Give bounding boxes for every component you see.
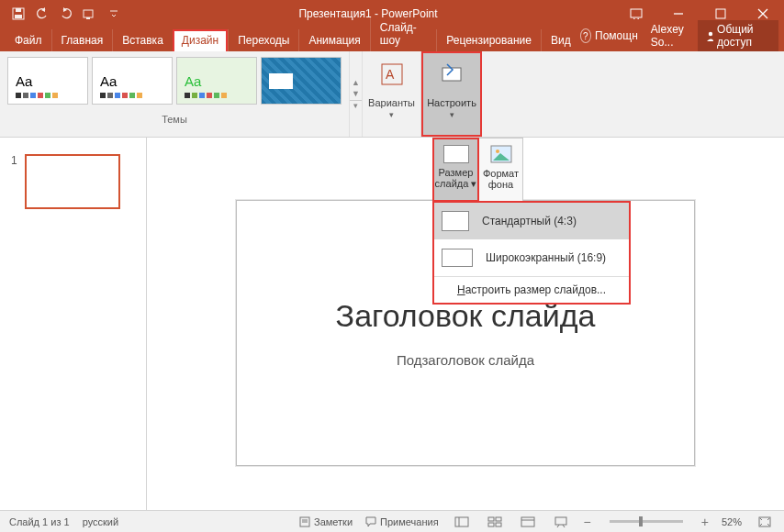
zoom-slider[interactable] — [610, 520, 683, 523]
svg-rect-2 — [16, 8, 21, 12]
variants-icon: A — [376, 59, 408, 90]
quick-access-toolbar — [0, 6, 121, 21]
zoom-in-icon[interactable]: + — [701, 515, 709, 529]
tab-insert[interactable]: Вставка — [112, 29, 173, 51]
slide-size-dropdown: Стандартный (4:3) Широкоэкранный (16:9) … — [432, 201, 631, 305]
aspect-16-9-icon — [442, 249, 473, 267]
tell-me-label[interactable]: Помощн — [595, 29, 638, 42]
svg-rect-27 — [555, 517, 566, 525]
share-button[interactable]: Общий доступ — [698, 20, 778, 51]
configure-icon — [436, 59, 467, 90]
slide-panel: 1 — [0, 138, 147, 510]
aspect-4-3-icon — [442, 211, 469, 231]
svg-point-15 — [496, 150, 499, 153]
undo-icon[interactable] — [35, 6, 50, 21]
themes-scroll-down-icon[interactable]: ▼ — [350, 89, 362, 98]
variants-label: Варианты — [368, 97, 415, 108]
tab-file[interactable]: Файл — [6, 29, 51, 51]
zoom-out-icon[interactable]: − — [584, 515, 591, 529]
theme-thumb[interactable]: Aa — [7, 57, 88, 105]
tab-animations[interactable]: Анимация — [298, 29, 369, 51]
notes-button[interactable]: Заметки — [299, 516, 353, 527]
svg-text:A: A — [386, 67, 395, 82]
share-label: Общий доступ — [717, 23, 771, 49]
tab-review[interactable]: Рецензирование — [436, 29, 541, 51]
person-icon — [705, 30, 713, 41]
workspace: 1 Заголовок слайда Подзаголовок слайда — [0, 138, 784, 510]
status-language[interactable]: русский — [83, 516, 118, 527]
reading-view-icon[interactable] — [518, 515, 538, 529]
dropdown-item-widescreen[interactable]: Широкоэкранный (16:9) — [434, 239, 629, 276]
save-icon[interactable] — [11, 6, 26, 21]
slideshow-view-icon[interactable] — [551, 515, 571, 529]
svg-rect-25 — [521, 517, 534, 526]
svg-rect-1 — [15, 15, 22, 18]
svg-rect-7 — [716, 9, 725, 18]
slide-subtitle-placeholder[interactable]: Подзаголовок слайда — [397, 352, 534, 368]
qat-dropdown-icon[interactable] — [106, 6, 121, 21]
fit-to-window-icon[interactable] — [755, 515, 775, 529]
help-icon[interactable]: ? — [580, 28, 591, 43]
slide-number: 1 — [11, 154, 17, 209]
format-background-icon — [489, 144, 513, 164]
themes-scroll-up-icon[interactable]: ▲ — [350, 78, 362, 87]
themes-more-icon[interactable]: ▾ — [350, 100, 362, 110]
theme-thumb[interactable]: Aa — [176, 57, 257, 105]
dropdown-item-label: Стандартный (4:3) — [482, 215, 577, 227]
zoom-value[interactable]: 52% — [722, 516, 742, 527]
dropdown-item-label: ННастроить размер слайдов...астроить раз… — [457, 283, 606, 296]
dropdown-item-label: Широкоэкранный (16:9) — [486, 251, 606, 264]
slide-thumbnail[interactable] — [25, 154, 120, 209]
redo-icon[interactable] — [59, 6, 73, 21]
svg-rect-22 — [496, 517, 501, 521]
slide-size-panel: Размер слайда ▾ Формат фона — [432, 138, 523, 202]
comments-icon — [365, 516, 376, 527]
svg-rect-5 — [631, 9, 642, 17]
configure-label: Настроить — [427, 97, 476, 108]
svg-rect-21 — [488, 517, 494, 521]
slide-size-button[interactable]: Размер слайда ▾ — [432, 138, 479, 202]
svg-rect-23 — [488, 523, 494, 526]
svg-rect-3 — [84, 10, 93, 17]
slide-size-icon — [443, 145, 469, 163]
format-background-label: Формат фона — [483, 168, 519, 190]
slide-sorter-icon[interactable] — [485, 515, 505, 529]
svg-point-10 — [709, 32, 712, 36]
normal-view-icon[interactable] — [452, 515, 472, 529]
theme-thumb[interactable]: Aa — [261, 57, 342, 105]
status-slide[interactable]: Слайд 1 из 1 — [9, 516, 70, 527]
chevron-down-icon: ▾ — [389, 110, 394, 119]
start-from-beginning-icon[interactable] — [83, 6, 97, 21]
tab-slideshow[interactable]: Слайд-шоу — [370, 17, 436, 51]
variants-group[interactable]: A Варианты ▾ — [363, 51, 421, 137]
svg-rect-24 — [496, 523, 501, 526]
chevron-down-icon: ▾ — [450, 110, 454, 119]
themes-group-label: Темы — [162, 114, 187, 125]
ribbon-tabs: Файл Главная Вставка Дизайн Переходы Ани… — [0, 28, 784, 51]
ribbon: Aa Aa Aa Aa Темы ▲ ▼ ▾ A Варианты ▾ Наст… — [0, 51, 784, 138]
format-background-button[interactable]: Формат фона — [479, 139, 522, 201]
user-label[interactable]: Alexey So... — [651, 23, 695, 49]
window-title: Презентация1 - PowerPoint — [121, 7, 615, 20]
svg-rect-19 — [455, 517, 468, 526]
themes-group: Aa Aa Aa Aa Темы — [0, 51, 350, 137]
dropdown-item-custom[interactable]: ННастроить размер слайдов...астроить раз… — [434, 277, 629, 303]
tab-transitions[interactable]: Переходы — [228, 29, 298, 51]
slide-size-label: Размер слайда ▾ — [435, 167, 477, 189]
comments-button[interactable]: Примечания — [365, 516, 439, 527]
tab-home[interactable]: Главная — [51, 29, 113, 51]
tab-design[interactable]: Дизайн — [173, 29, 228, 51]
configure-group[interactable]: Настроить ▾ — [421, 51, 482, 137]
theme-thumb[interactable]: Aa — [92, 57, 173, 105]
dropdown-item-standard[interactable]: Стандартный (4:3) — [434, 203, 629, 239]
status-bar: Слайд 1 из 1 русский Заметки Примечания … — [0, 510, 784, 532]
notes-icon — [299, 516, 310, 527]
svg-rect-4 — [86, 17, 90, 19]
tab-view[interactable]: Вид — [541, 29, 580, 51]
